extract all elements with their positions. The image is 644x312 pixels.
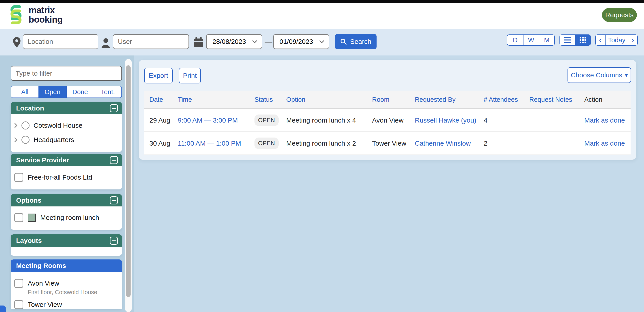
month-view-button[interactable]: M (539, 35, 554, 45)
collapse-icon[interactable] (110, 237, 118, 245)
mark-as-done-link[interactable]: Mark as done (584, 140, 630, 147)
grid-view-button[interactable] (575, 35, 590, 45)
requests-panel: Export Print Choose Columns ▾ Date Time … (139, 60, 636, 160)
column-header-room[interactable]: Room (372, 96, 415, 103)
meeting-rooms-panel-title: Meeting Rooms (16, 262, 66, 270)
search-icon (340, 38, 347, 45)
column-header-attendees[interactable]: # Attendees (484, 96, 529, 103)
cell-attendees: 4 (484, 116, 529, 124)
option-checkbox[interactable] (14, 213, 23, 222)
cell-date: 30 Aug (149, 140, 178, 147)
view-toggle-group (560, 34, 591, 46)
option-item-meeting-room-lunch[interactable]: Meeting room lunch (11, 209, 122, 226)
requests-button[interactable]: Requests (602, 8, 637, 22)
option-color-swatch (28, 214, 36, 222)
list-view-button[interactable] (560, 35, 575, 45)
chevron-left-icon: ‹ (599, 36, 602, 44)
calendar-scale-group: D W M (507, 34, 555, 46)
cell-requested-by-link[interactable]: Catherine Winslow (415, 140, 484, 147)
tab-done[interactable]: Done (66, 86, 94, 98)
room-detail: First floor, Cotswold House (11, 288, 122, 298)
cell-room: Avon View (372, 116, 415, 124)
choose-columns-button[interactable]: Choose Columns ▾ (568, 67, 631, 83)
calendar-icon (194, 37, 204, 48)
table-header-row: Date Time Status Option Room Requested B… (144, 90, 630, 109)
date-range-separator: — (265, 37, 272, 46)
service-provider-checkbox[interactable] (14, 173, 23, 182)
date-nav-group: ‹ Today › (595, 34, 638, 46)
collapse-icon[interactable] (110, 156, 118, 164)
search-toolbar: 28/08/2023 — 01/09/2023 Search D W M (0, 29, 644, 56)
column-header-time[interactable]: Time (178, 96, 254, 103)
cell-requested-by-link[interactable]: Russell Hawke (you) (415, 116, 484, 124)
export-button[interactable]: Export (144, 68, 173, 84)
layouts-panel-title: Layouts (16, 237, 42, 244)
location-panel-header[interactable]: Location (11, 102, 122, 114)
prev-button[interactable]: ‹ (596, 35, 605, 45)
location-item-cotswold-house[interactable]: Cotswold House (11, 118, 122, 133)
brand-wordmark: matrix booking (28, 5, 62, 24)
cell-status: OPEN (254, 114, 286, 126)
cell-time-link[interactable]: 9:00 AM — 3:00 PM (178, 116, 254, 124)
meeting-rooms-panel-header: Meeting Rooms (11, 260, 122, 272)
location-radio[interactable] (22, 122, 30, 130)
search-button-label: Search (350, 38, 371, 46)
meeting-rooms-panel: Meeting Rooms Avon View First floor, Cot… (11, 260, 122, 309)
sidebar-scrollbar-thumb[interactable] (126, 65, 130, 297)
sidebar-filter-input[interactable] (11, 66, 122, 81)
tab-tentative[interactable]: Tent. (94, 86, 122, 98)
day-view-button[interactable]: D (507, 35, 523, 45)
chevron-down-icon (252, 40, 257, 43)
options-panel-header[interactable]: Options (11, 194, 122, 206)
location-radio[interactable] (22, 136, 30, 144)
collapse-icon[interactable] (110, 196, 118, 204)
service-provider-panel-header[interactable]: Service Provider (11, 154, 122, 166)
location-filter-panel: Location Cotswold House Headquarters (11, 102, 122, 152)
location-pin-icon (12, 37, 21, 48)
location-item-headquarters[interactable]: Headquarters (11, 133, 122, 147)
tab-all[interactable]: All (11, 86, 38, 98)
mark-as-done-link[interactable]: Mark as done (584, 116, 630, 124)
brand-logo[interactable]: matrix booking (7, 4, 62, 25)
chevron-right-icon[interactable] (14, 137, 18, 142)
chevron-right-icon[interactable] (14, 123, 18, 128)
location-input[interactable] (23, 34, 98, 49)
matrix-booking-app: matrix booking Requests 28/08/2023 — (0, 0, 644, 312)
column-header-date[interactable]: Date (149, 96, 178, 103)
room-checkbox[interactable] (14, 279, 23, 288)
matrix-booking-logo-icon (7, 4, 25, 25)
next-button[interactable]: › (628, 35, 637, 45)
chevron-right-icon: › (632, 36, 634, 44)
layouts-panel-header[interactable]: Layouts (11, 234, 122, 247)
date-to-select[interactable]: 01/09/2023 (273, 34, 329, 49)
week-view-button[interactable]: W (523, 35, 539, 45)
column-header-status[interactable]: Status (254, 96, 286, 103)
option-label: Meeting room lunch (40, 214, 99, 222)
column-header-requested-by[interactable]: Requested By (415, 96, 484, 103)
cell-date: 29 Aug (149, 116, 178, 124)
service-provider-item[interactable]: Free-for-all Foods Ltd (11, 169, 122, 186)
tab-open[interactable]: Open (38, 86, 66, 98)
cell-status: OPEN (254, 138, 286, 149)
service-provider-panel-title: Service Provider (16, 156, 69, 164)
status-badge: OPEN (254, 138, 278, 149)
content-area: All Open Done Tent. Location Cotswold Ho… (0, 56, 644, 312)
room-checkbox[interactable] (14, 300, 23, 309)
today-button[interactable]: Today (605, 35, 628, 45)
cell-time-link[interactable]: 11:00 AM — 1:00 PM (178, 140, 254, 147)
chat-widget-corner[interactable] (0, 306, 6, 312)
caret-down-icon: ▾ (625, 72, 628, 78)
date-from-select[interactable]: 28/08/2023 (206, 34, 262, 49)
column-header-request-notes[interactable]: Request Notes (529, 96, 584, 103)
column-header-option[interactable]: Option (286, 96, 372, 103)
print-button[interactable]: Print (179, 68, 201, 84)
date-from-value: 28/08/2023 (212, 38, 246, 46)
user-input[interactable] (113, 34, 189, 49)
service-provider-label: Free-for-all Foods Ltd (28, 174, 92, 181)
search-button[interactable]: Search (335, 34, 376, 49)
collapse-icon[interactable] (110, 104, 118, 112)
column-header-action: Action (584, 96, 630, 103)
list-icon (564, 37, 571, 43)
room-item-tower-view[interactable]: Tower View (11, 298, 122, 312)
room-item-avon-view[interactable]: Avon View (11, 275, 122, 288)
